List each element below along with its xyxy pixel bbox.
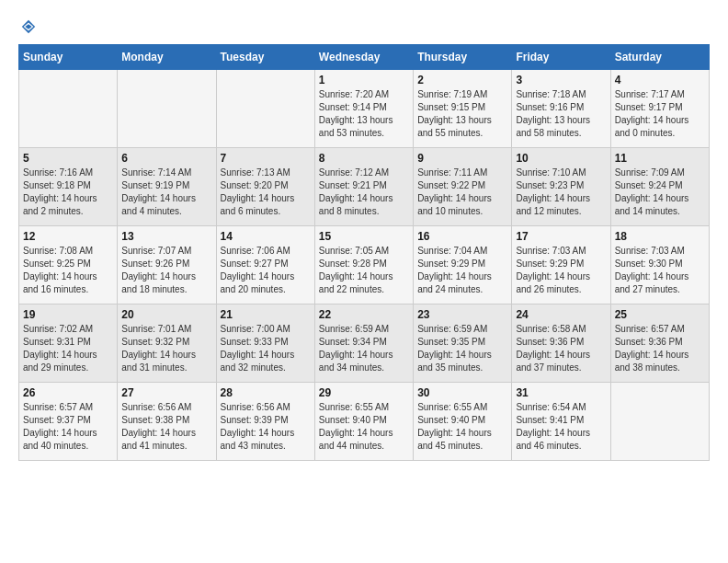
calendar-cell: 22Sunrise: 6:59 AM Sunset: 9:34 PM Dayli… (314, 304, 413, 383)
calendar-header-row: SundayMondayTuesdayWednesdayThursdayFrid… (19, 45, 710, 70)
day-info: Sunrise: 7:14 AM Sunset: 9:19 PM Dayligh… (121, 167, 211, 218)
calendar-cell: 31Sunrise: 6:54 AM Sunset: 9:41 PM Dayli… (512, 383, 610, 461)
calendar-header-sunday: Sunday (19, 45, 118, 70)
day-info: Sunrise: 7:05 AM Sunset: 9:28 PM Dayligh… (319, 245, 409, 296)
day-info: Sunrise: 6:55 AM Sunset: 9:40 PM Dayligh… (417, 401, 507, 453)
day-number: 23 (417, 308, 507, 321)
day-number: 25 (615, 308, 705, 321)
day-info: Sunrise: 6:57 AM Sunset: 9:36 PM Dayligh… (615, 323, 705, 374)
day-info: Sunrise: 7:03 AM Sunset: 9:29 PM Dayligh… (516, 245, 606, 296)
day-info: Sunrise: 7:00 AM Sunset: 9:33 PM Dayligh… (221, 323, 311, 374)
logo-icon (20, 18, 37, 35)
day-number: 21 (221, 308, 311, 321)
calendar-cell: 25Sunrise: 6:57 AM Sunset: 9:36 PM Dayli… (610, 304, 709, 383)
calendar-week-5: 26Sunrise: 6:57 AM Sunset: 9:37 PM Dayli… (19, 383, 710, 461)
calendar-cell (19, 70, 118, 148)
day-info: Sunrise: 6:54 AM Sunset: 9:41 PM Dayligh… (516, 401, 606, 453)
calendar-cell: 26Sunrise: 6:57 AM Sunset: 9:37 PM Dayli… (19, 383, 118, 461)
day-number: 1 (319, 74, 409, 86)
calendar-cell: 10Sunrise: 7:10 AM Sunset: 9:23 PM Dayli… (512, 148, 610, 226)
day-number: 9 (417, 152, 507, 165)
day-number: 20 (121, 308, 211, 321)
calendar-cell: 8Sunrise: 7:12 AM Sunset: 9:21 PM Daylig… (314, 148, 413, 226)
day-info: Sunrise: 7:19 AM Sunset: 9:15 PM Dayligh… (417, 88, 507, 140)
calendar-cell (118, 70, 216, 148)
day-info: Sunrise: 6:55 AM Sunset: 9:40 PM Dayligh… (319, 401, 409, 453)
calendar-body: 1Sunrise: 7:20 AM Sunset: 9:14 PM Daylig… (19, 70, 710, 461)
day-info: Sunrise: 7:03 AM Sunset: 9:30 PM Dayligh… (615, 245, 705, 296)
calendar-table: SundayMondayTuesdayWednesdayThursdayFrid… (18, 44, 710, 461)
day-info: Sunrise: 7:17 AM Sunset: 9:17 PM Dayligh… (615, 88, 705, 140)
calendar-cell: 6Sunrise: 7:14 AM Sunset: 9:19 PM Daylig… (118, 148, 216, 226)
calendar-cell: 11Sunrise: 7:09 AM Sunset: 9:24 PM Dayli… (610, 148, 709, 226)
calendar-cell: 24Sunrise: 6:58 AM Sunset: 9:36 PM Dayli… (512, 304, 610, 383)
day-number: 30 (417, 386, 507, 399)
day-number: 17 (516, 230, 606, 243)
day-number: 29 (319, 386, 409, 399)
day-info: Sunrise: 7:18 AM Sunset: 9:16 PM Dayligh… (516, 88, 606, 140)
calendar-header-tuesday: Tuesday (216, 45, 314, 70)
day-info: Sunrise: 7:07 AM Sunset: 9:26 PM Dayligh… (121, 245, 211, 296)
calendar-cell (216, 70, 314, 148)
day-info: Sunrise: 6:59 AM Sunset: 9:34 PM Dayligh… (319, 323, 409, 374)
logo (18, 18, 39, 35)
calendar-cell: 12Sunrise: 7:08 AM Sunset: 9:25 PM Dayli… (19, 226, 118, 304)
day-info: Sunrise: 7:02 AM Sunset: 9:31 PM Dayligh… (23, 323, 113, 374)
calendar-cell: 2Sunrise: 7:19 AM Sunset: 9:15 PM Daylig… (414, 70, 512, 148)
day-number: 14 (221, 230, 311, 243)
calendar-week-2: 5Sunrise: 7:16 AM Sunset: 9:18 PM Daylig… (19, 148, 710, 226)
calendar-header-saturday: Saturday (610, 45, 709, 70)
day-info: Sunrise: 7:06 AM Sunset: 9:27 PM Dayligh… (221, 245, 311, 296)
day-number: 4 (615, 74, 705, 86)
calendar-cell: 28Sunrise: 6:56 AM Sunset: 9:39 PM Dayli… (216, 383, 314, 461)
day-info: Sunrise: 6:58 AM Sunset: 9:36 PM Dayligh… (516, 323, 606, 374)
day-info: Sunrise: 6:56 AM Sunset: 9:39 PM Dayligh… (221, 401, 311, 453)
calendar-cell: 7Sunrise: 7:13 AM Sunset: 9:20 PM Daylig… (216, 148, 314, 226)
day-number: 11 (615, 152, 705, 165)
page-header (18, 18, 710, 35)
calendar-cell: 16Sunrise: 7:04 AM Sunset: 9:29 PM Dayli… (414, 226, 512, 304)
calendar-cell: 9Sunrise: 7:11 AM Sunset: 9:22 PM Daylig… (414, 148, 512, 226)
calendar-cell: 23Sunrise: 6:59 AM Sunset: 9:35 PM Dayli… (414, 304, 512, 383)
calendar-cell: 19Sunrise: 7:02 AM Sunset: 9:31 PM Dayli… (19, 304, 118, 383)
calendar-cell: 21Sunrise: 7:00 AM Sunset: 9:33 PM Dayli… (216, 304, 314, 383)
day-info: Sunrise: 7:01 AM Sunset: 9:32 PM Dayligh… (121, 323, 211, 374)
day-info: Sunrise: 7:16 AM Sunset: 9:18 PM Dayligh… (23, 167, 113, 218)
calendar-cell: 17Sunrise: 7:03 AM Sunset: 9:29 PM Dayli… (512, 226, 610, 304)
day-number: 27 (121, 386, 211, 399)
calendar-cell: 4Sunrise: 7:17 AM Sunset: 9:17 PM Daylig… (610, 70, 709, 148)
calendar-cell: 1Sunrise: 7:20 AM Sunset: 9:14 PM Daylig… (314, 70, 413, 148)
day-number: 10 (516, 152, 606, 165)
day-number: 6 (121, 152, 211, 165)
day-info: Sunrise: 7:09 AM Sunset: 9:24 PM Dayligh… (615, 167, 705, 218)
day-number: 22 (319, 308, 409, 321)
day-info: Sunrise: 7:11 AM Sunset: 9:22 PM Dayligh… (417, 167, 507, 218)
day-number: 12 (23, 230, 113, 243)
day-info: Sunrise: 7:08 AM Sunset: 9:25 PM Dayligh… (23, 245, 113, 296)
calendar-cell: 5Sunrise: 7:16 AM Sunset: 9:18 PM Daylig… (19, 148, 118, 226)
day-info: Sunrise: 7:13 AM Sunset: 9:20 PM Dayligh… (221, 167, 311, 218)
day-number: 18 (615, 230, 705, 243)
day-info: Sunrise: 7:10 AM Sunset: 9:23 PM Dayligh… (516, 167, 606, 218)
day-number: 19 (23, 308, 113, 321)
calendar-header-thursday: Thursday (414, 45, 512, 70)
day-number: 8 (319, 152, 409, 165)
calendar-week-3: 12Sunrise: 7:08 AM Sunset: 9:25 PM Dayli… (19, 226, 710, 304)
day-info: Sunrise: 6:57 AM Sunset: 9:37 PM Dayligh… (23, 401, 113, 453)
day-number: 5 (23, 152, 113, 165)
calendar-cell: 20Sunrise: 7:01 AM Sunset: 9:32 PM Dayli… (118, 304, 216, 383)
calendar-cell: 15Sunrise: 7:05 AM Sunset: 9:28 PM Dayli… (314, 226, 413, 304)
day-info: Sunrise: 6:59 AM Sunset: 9:35 PM Dayligh… (417, 323, 507, 374)
calendar-cell: 3Sunrise: 7:18 AM Sunset: 9:16 PM Daylig… (512, 70, 610, 148)
day-info: Sunrise: 7:04 AM Sunset: 9:29 PM Dayligh… (417, 245, 507, 296)
calendar-header-wednesday: Wednesday (314, 45, 413, 70)
day-number: 3 (516, 74, 606, 86)
day-number: 15 (319, 230, 409, 243)
day-number: 24 (516, 308, 606, 321)
calendar-header-friday: Friday (512, 45, 610, 70)
day-number: 28 (221, 386, 311, 399)
calendar-cell: 29Sunrise: 6:55 AM Sunset: 9:40 PM Dayli… (314, 383, 413, 461)
day-number: 2 (417, 74, 507, 86)
calendar-cell: 27Sunrise: 6:56 AM Sunset: 9:38 PM Dayli… (118, 383, 216, 461)
day-number: 13 (121, 230, 211, 243)
